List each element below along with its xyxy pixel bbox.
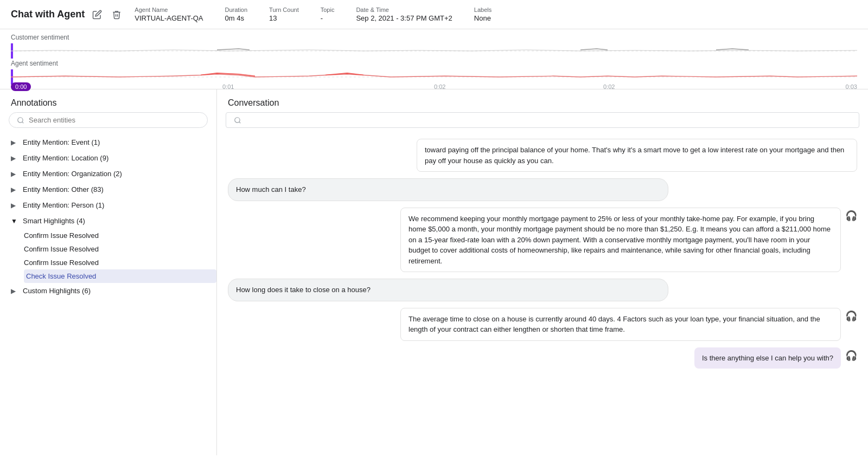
- agent-message: We recommend keeping your monthly mortga…: [400, 208, 841, 273]
- svg-line-5: [22, 121, 24, 123]
- entity-name: Entity Mention: Person (1): [23, 201, 104, 209]
- headphone-icon[interactable]: 🎧: [845, 210, 857, 222]
- header-meta: Agent Name VIRTUAL-AGENT-QA Duration 0m …: [135, 7, 857, 22]
- timeline-t3: 0:02: [603, 83, 615, 90]
- messages-list: toward paying off the principal balance …: [217, 134, 868, 455]
- arrow-icon: ▼: [11, 217, 18, 225]
- meta-turn-count: Turn Count 13: [269, 7, 299, 22]
- message-row: How long does it take to close on a hous…: [228, 279, 857, 301]
- page-header: Chat with Agent Agent Name VIRTUAL-AGENT…: [0, 0, 868, 29]
- agent-name-value: VIRTUAL-AGENT-QA: [135, 14, 203, 22]
- duration-label: Duration: [225, 7, 248, 13]
- entity-item[interactable]: ▶ Entity Mention: Location (9): [0, 150, 216, 166]
- conversation-title: Conversation: [217, 89, 868, 112]
- smart-highlights-children: Confirm Issue Resolved Confirm Issue Res…: [0, 229, 216, 283]
- message-row: How much can I take?: [228, 178, 857, 201]
- message-row: We recommend keeping your monthly mortga…: [228, 208, 857, 273]
- arrow-icon: ▶: [11, 154, 18, 162]
- conversation-panel: Conversation toward paying off the princ…: [217, 89, 868, 455]
- arrow-icon: ▶: [11, 186, 18, 193]
- date-time-label: Date & Time: [356, 7, 452, 13]
- timeline-t2: 0:02: [434, 83, 445, 90]
- custom-highlights-group[interactable]: ▶ Custom Highlights (6): [0, 283, 216, 299]
- annotations-panel: Annotations ▶ Entity Mention: Event (1) …: [0, 89, 217, 455]
- entity-item[interactable]: ▶ Entity Mention: Organization (2): [0, 166, 216, 182]
- playhead: 0:00: [11, 82, 31, 91]
- meta-date-time: Date & Time Sep 2, 2021 - 3:57 PM GMT+2: [356, 7, 452, 22]
- message-row: Is there anything else I can help you wi…: [228, 347, 857, 369]
- meta-duration: Duration 0m 4s: [225, 7, 248, 22]
- page-title: Chat with Agent: [11, 8, 124, 22]
- entity-list: ▶ Entity Mention: Event (1) ▶ Entity Men…: [0, 134, 216, 455]
- message-row: toward paying off the principal balance …: [228, 139, 857, 172]
- headphone-icon[interactable]: 🎧: [845, 350, 857, 362]
- delete-button[interactable]: [110, 8, 124, 22]
- title-text: Chat with Agent: [11, 9, 85, 20]
- agent-sentiment-chart: [11, 69, 857, 85]
- meta-labels: Labels None: [474, 7, 492, 22]
- main-layout: Annotations ▶ Entity Mention: Event (1) …: [0, 89, 868, 455]
- svg-point-4: [18, 117, 23, 122]
- sentiment-section: Customer sentiment Agent sentiment 0:00 …: [0, 29, 868, 89]
- entity-name: Entity Mention: Event (1): [23, 138, 100, 146]
- smart-highlight-item-2[interactable]: Confirm Issue Resolved: [24, 242, 216, 256]
- svg-line-7: [239, 121, 241, 123]
- entity-item[interactable]: ▶ Entity Mention: Other (83): [0, 182, 216, 197]
- custom-highlights-label: Custom Highlights (6): [23, 287, 91, 295]
- timeline-labels: 0:00 0:01 0:02 0:02 0:03: [11, 86, 857, 89]
- customer-sentiment-label: Customer sentiment: [11, 34, 857, 41]
- timeline-t1: 0:01: [222, 83, 234, 90]
- user-message: How much can I take?: [228, 178, 668, 201]
- customer-sentiment-chart: [11, 43, 857, 59]
- search-icon: [17, 117, 24, 124]
- entity-name: Entity Mention: Organization (2): [23, 170, 122, 178]
- search-input[interactable]: [29, 116, 200, 124]
- agent-name-label: Agent Name: [135, 7, 203, 13]
- message-row: The average time to close on a house is …: [228, 308, 857, 341]
- agent-message: toward paying off the principal balance …: [417, 139, 857, 172]
- meta-agent-name: Agent Name VIRTUAL-AGENT-QA: [135, 7, 203, 22]
- meta-topic: Topic -: [321, 7, 335, 22]
- annotations-title: Annotations: [0, 89, 216, 112]
- duration-value: 0m 4s: [225, 14, 248, 22]
- entity-name: Entity Mention: Location (9): [23, 154, 108, 162]
- smart-highlights-group[interactable]: ▼ Smart Highlights (4): [0, 213, 216, 229]
- agent-message: The average time to close on a house is …: [400, 308, 841, 341]
- entity-item[interactable]: ▶ Entity Mention: Person (1): [0, 197, 216, 213]
- edit-button[interactable]: [90, 8, 104, 22]
- smart-highlights-label: Smart Highlights (4): [23, 217, 85, 225]
- search-box[interactable]: [9, 112, 208, 128]
- date-time-value: Sep 2, 2021 - 3:57 PM GMT+2: [356, 14, 452, 22]
- entity-name: Entity Mention: Other (83): [23, 185, 104, 193]
- turn-count-label: Turn Count: [269, 7, 299, 13]
- labels-value: None: [474, 14, 492, 22]
- timeline-t4: 0:03: [846, 83, 857, 90]
- arrow-icon: ▶: [11, 202, 18, 209]
- topic-value: -: [321, 14, 335, 22]
- conversation-search-box[interactable]: [226, 112, 859, 128]
- topic-label: Topic: [321, 7, 335, 13]
- highlighted-agent-message: Is there anything else I can help you wi…: [694, 347, 841, 369]
- arrow-icon: ▶: [11, 170, 18, 178]
- entity-item[interactable]: ▶ Entity Mention: Event (1): [0, 134, 216, 150]
- turn-count-value: 13: [269, 14, 299, 22]
- labels-label: Labels: [474, 7, 492, 13]
- smart-highlight-item-4[interactable]: Check Issue Resolved: [24, 269, 216, 283]
- svg-point-6: [235, 117, 240, 122]
- arrow-icon: ▶: [11, 287, 18, 295]
- smart-highlight-item-3[interactable]: Confirm Issue Resolved: [24, 256, 216, 269]
- headphone-icon[interactable]: 🎧: [845, 310, 857, 322]
- agent-sentiment-label: Agent sentiment: [11, 60, 857, 67]
- user-message: How long does it take to close on a hous…: [228, 279, 668, 301]
- conv-search-input[interactable]: [246, 116, 851, 124]
- arrow-icon: ▶: [11, 139, 18, 146]
- conv-search-icon: [234, 117, 241, 124]
- smart-highlight-item-1[interactable]: Confirm Issue Resolved: [24, 229, 216, 242]
